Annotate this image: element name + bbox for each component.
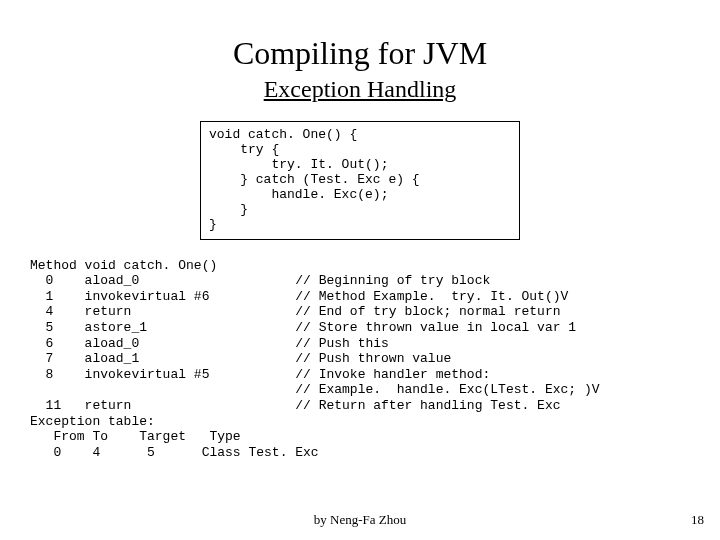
page-number: 18: [691, 512, 704, 528]
page-title: Compiling for JVM: [0, 35, 720, 72]
bytecode-listing: Method void catch. One() 0 aload_0 // Be…: [30, 258, 720, 461]
source-code-box: void catch. One() { try { try. It. Out()…: [200, 121, 520, 240]
footer-author: by Neng-Fa Zhou: [0, 512, 720, 528]
page-subtitle: Exception Handling: [0, 76, 720, 103]
